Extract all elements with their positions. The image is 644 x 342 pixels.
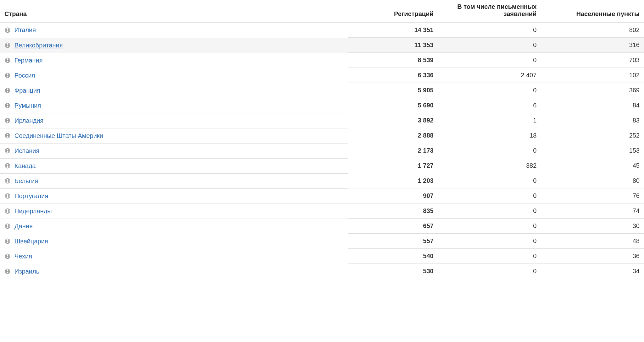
country-link[interactable]: Ирландия	[14, 117, 43, 124]
table-row[interactable]: Бельгия1 203080	[0, 173, 644, 188]
country-link[interactable]: Дания	[14, 223, 33, 230]
country-cell: Ирландия	[0, 113, 348, 128]
registrations-cell: 5 690	[348, 98, 438, 113]
country-link[interactable]: Франция	[14, 87, 40, 94]
country-cell: Швейцария	[0, 234, 348, 249]
places-cell: 80	[541, 173, 644, 188]
country-cell: Румыния	[0, 98, 348, 113]
places-cell: 252	[541, 128, 644, 143]
country-link[interactable]: Соединенные Штаты Америки	[14, 132, 103, 139]
country-cell: Великобритания	[0, 38, 348, 53]
registrations-cell: 5 905	[348, 83, 438, 98]
registrations-cell: 835	[348, 204, 438, 219]
col-places[interactable]: Населенные пункты	[541, 0, 644, 22]
country-link[interactable]: Швейцария	[14, 238, 48, 245]
written-cell: 0	[438, 234, 541, 249]
country-link[interactable]: Израиль	[14, 268, 39, 275]
written-cell: 0	[438, 143, 541, 158]
country-link[interactable]: Бельгия	[14, 177, 38, 185]
written-cell: 0	[438, 53, 541, 68]
country-link[interactable]: Испания	[14, 147, 39, 155]
country-cell: Италия	[0, 23, 348, 37]
table-row[interactable]: Испания2 1730153	[0, 143, 644, 158]
globe-icon	[4, 163, 11, 169]
country-cell: Дания	[0, 219, 348, 234]
written-cell: 0	[438, 83, 541, 98]
registrations-cell: 557	[348, 234, 438, 249]
written-cell: 18	[438, 128, 541, 143]
globe-icon	[4, 72, 11, 79]
country-cell: Германия	[0, 53, 348, 68]
country-cell: Нидерланды	[0, 204, 348, 219]
col-written[interactable]: В том числе письменных заявлений	[438, 0, 541, 22]
globe-icon	[4, 193, 11, 199]
col-country[interactable]: Страна	[0, 0, 348, 22]
registrations-cell: 907	[348, 188, 438, 204]
table-row[interactable]: Швейцария557048	[0, 234, 644, 249]
country-link[interactable]: Румыния	[14, 102, 41, 109]
table-row[interactable]: Нидерланды835074	[0, 204, 644, 219]
countries-table: Страна Регистраций В том числе письменны…	[0, 0, 644, 279]
table-row[interactable]: Ирландия3 892183	[0, 113, 644, 128]
written-cell: 1	[438, 113, 541, 128]
places-cell: 83	[541, 113, 644, 128]
table-row[interactable]: Чехия540036	[0, 249, 644, 264]
places-cell: 48	[541, 234, 644, 249]
registrations-cell: 3 892	[348, 113, 438, 128]
table-row[interactable]: Румыния5 690684	[0, 98, 644, 113]
registrations-cell: 2 173	[348, 143, 438, 158]
registrations-cell: 657	[348, 219, 438, 234]
table-row[interactable]: Германия8 5390703	[0, 53, 644, 68]
country-link[interactable]: Канада	[14, 162, 36, 170]
table-row[interactable]: Великобритания11 3530316	[0, 38, 644, 53]
places-cell: 84	[541, 98, 644, 113]
written-cell: 382	[438, 158, 541, 173]
country-link[interactable]: Великобритания	[14, 42, 63, 49]
written-cell: 0	[438, 22, 541, 38]
country-cell: Франция	[0, 83, 348, 98]
places-cell: 30	[541, 219, 644, 234]
places-cell: 102	[541, 68, 644, 83]
table-row[interactable]: Португалия907076	[0, 188, 644, 204]
places-cell: 703	[541, 53, 644, 68]
registrations-cell: 1 203	[348, 173, 438, 188]
written-cell: 0	[438, 188, 541, 204]
places-cell: 74	[541, 204, 644, 219]
country-link[interactable]: Чехия	[14, 253, 32, 260]
places-cell: 76	[541, 188, 644, 204]
registrations-cell: 530	[348, 264, 438, 279]
table-row[interactable]: Россия6 3362 407102	[0, 68, 644, 83]
written-cell: 6	[438, 98, 541, 113]
globe-icon	[4, 268, 11, 274]
country-link[interactable]: Португалия	[14, 193, 48, 200]
table-row[interactable]: Израиль530034	[0, 264, 644, 279]
places-cell: 369	[541, 83, 644, 98]
registrations-cell: 11 353	[348, 38, 438, 53]
globe-icon	[4, 87, 11, 94]
globe-icon	[4, 208, 11, 214]
col-registrations[interactable]: Регистраций	[348, 0, 438, 22]
country-link[interactable]: Италия	[14, 26, 36, 34]
globe-icon	[4, 57, 11, 63]
written-cell: 0	[438, 249, 541, 264]
places-cell: 36	[541, 249, 644, 264]
places-cell: 45	[541, 158, 644, 173]
table-row[interactable]: Италия14 3510802	[0, 22, 644, 38]
globe-icon	[4, 253, 11, 259]
table-row[interactable]: Канада1 72738245	[0, 158, 644, 173]
registrations-cell: 14 351	[348, 22, 438, 38]
country-link[interactable]: Россия	[14, 72, 35, 79]
places-cell: 802	[541, 22, 644, 38]
country-link[interactable]: Нидерланды	[14, 208, 52, 215]
country-link[interactable]: Германия	[14, 57, 43, 64]
table-row[interactable]: Дания657030	[0, 219, 644, 234]
table-row[interactable]: Соединенные Штаты Америки2 88818252	[0, 128, 644, 143]
globe-icon	[4, 42, 11, 48]
table-header-row: Страна Регистраций В том числе письменны…	[0, 0, 644, 22]
table-row[interactable]: Франция5 9050369	[0, 83, 644, 98]
globe-icon	[4, 238, 11, 244]
places-cell: 153	[541, 143, 644, 158]
country-cell: Испания	[0, 143, 348, 158]
places-cell: 316	[541, 38, 644, 53]
registrations-cell: 540	[348, 249, 438, 264]
